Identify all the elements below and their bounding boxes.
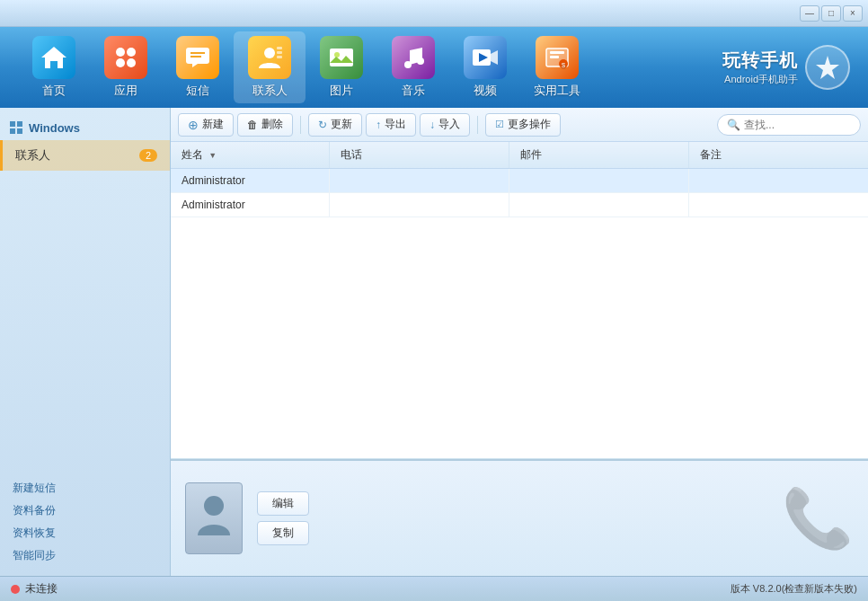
nav-label-photo: 图片 — [330, 83, 353, 99]
table-header-row: 姓名 ▼ 电话 邮件 备注 — [171, 142, 868, 169]
contact-icon — [248, 36, 291, 79]
nav-label-music: 音乐 — [402, 83, 425, 99]
nav-label-app: 应用 — [114, 83, 137, 99]
svg-rect-10 — [277, 56, 282, 58]
row-phone — [329, 169, 509, 193]
col-name: 姓名 ▼ — [171, 142, 329, 169]
main-area: Windows 联系人 2 新建短信 资料备份 资料恢复 智能同步 ⊕ 新建 🗑… — [0, 108, 868, 576]
svg-point-14 — [417, 57, 424, 65]
nav-item-video[interactable]: 视频 — [449, 31, 521, 103]
col-note: 备注 — [688, 142, 868, 169]
brand-title: 玩转手机 — [722, 49, 798, 73]
svg-point-0 — [116, 48, 125, 57]
export-button[interactable]: ↑ 导出 — [366, 113, 416, 137]
sidebar-bottom-items: 新建短信 资料备份 资料恢复 智能同步 — [0, 468, 170, 576]
brand-subtitle: Android手机助手 — [722, 73, 798, 86]
phone-icon: 📞 — [782, 486, 854, 551]
row-name: Administrator — [171, 169, 329, 193]
nav-item-home[interactable]: 首页 — [18, 31, 90, 103]
minimize-button[interactable]: — — [800, 5, 819, 22]
trash-icon: 🗑 — [247, 119, 258, 131]
nav-label-contact: 联系人 — [252, 83, 288, 99]
status-dot — [11, 585, 20, 594]
row-name: Administrator — [171, 193, 329, 217]
close-button[interactable]: × — [843, 5, 863, 22]
svg-rect-11 — [330, 49, 353, 66]
status-label: 未连接 — [25, 581, 58, 597]
windows-icon — [9, 120, 23, 135]
phone-icon-area: 📞 — [782, 485, 854, 552]
delete-button[interactable]: 🗑 删除 — [237, 113, 293, 137]
new-button[interactable]: ⊕ 新建 — [178, 113, 234, 137]
app-icon — [104, 36, 147, 79]
nav-label-home: 首页 — [42, 83, 66, 99]
nav-item-contact[interactable]: 联系人 — [234, 31, 306, 103]
sidebar-bottom-restore[interactable]: 资料恢复 — [13, 522, 170, 544]
nav-bar: 首页 应用 短信 — [0, 27, 868, 108]
svg-rect-20 — [550, 56, 559, 58]
search-box[interactable]: 🔍 — [717, 114, 861, 136]
sort-icon: ▼ — [208, 151, 217, 160]
search-icon: 🔍 — [727, 119, 740, 131]
table-row[interactable]: Administrator — [171, 193, 868, 217]
refresh-icon: ↻ — [318, 119, 327, 131]
svg-point-28 — [204, 496, 224, 516]
nav-item-tools[interactable]: $ 实用工具 — [521, 31, 593, 103]
more-button[interactable]: ☑ 更多操作 — [485, 113, 561, 137]
nav-label-sms: 短信 — [186, 83, 209, 99]
contact-avatar — [185, 482, 243, 554]
row-email — [509, 169, 688, 193]
maximize-button[interactable]: □ — [821, 5, 841, 22]
svg-point-3 — [127, 58, 136, 67]
sidebar-bottom-new-sms[interactable]: 新建短信 — [13, 477, 170, 499]
sms-icon — [176, 36, 219, 79]
content-area: ⊕ 新建 🗑 删除 ↻ 更新 ↑ 导出 ↓ 导入 ☑ — [171, 108, 868, 576]
nav-item-photo[interactable]: 图片 — [306, 31, 377, 103]
edit-button[interactable]: 编辑 — [257, 491, 309, 516]
nav-item-app[interactable]: 应用 — [90, 31, 162, 103]
svg-rect-25 — [17, 121, 22, 127]
home-icon — [32, 36, 75, 79]
sidebar-bottom-backup[interactable]: 资料备份 — [13, 499, 170, 522]
sidebar-contact-badge: 2 — [139, 149, 157, 162]
row-note — [688, 193, 868, 217]
row-phone — [329, 193, 509, 217]
music-icon — [392, 36, 435, 79]
sidebar-bottom-sync[interactable]: 智能同步 — [13, 544, 170, 567]
update-button[interactable]: ↻ 更新 — [308, 113, 362, 137]
svg-marker-16 — [491, 50, 498, 65]
title-bar: — □ × — [0, 0, 868, 27]
photo-icon — [320, 36, 363, 79]
table-body: Administrator Administrator — [171, 169, 868, 217]
svg-rect-24 — [10, 121, 15, 127]
svg-point-7 — [264, 48, 275, 58]
table-row[interactable]: Administrator — [171, 169, 868, 193]
nav-item-sms[interactable]: 短信 — [162, 31, 234, 103]
toolbar-divider-1 — [300, 116, 301, 134]
nav-label-video: 视频 — [474, 83, 497, 99]
svg-rect-19 — [550, 51, 564, 54]
svg-text:$: $ — [562, 61, 566, 69]
svg-marker-23 — [816, 56, 839, 79]
svg-rect-8 — [277, 47, 282, 49]
detail-panel: 编辑 复制 📞 — [171, 459, 868, 576]
sidebar: Windows 联系人 2 新建短信 资料备份 资料恢复 智能同步 — [0, 108, 171, 576]
svg-point-1 — [127, 48, 136, 57]
person-icon — [196, 492, 232, 545]
col-email: 邮件 — [509, 142, 688, 169]
sidebar-group-label: Windows — [29, 121, 80, 135]
search-input[interactable] — [744, 119, 851, 131]
import-button[interactable]: ↓ 导入 — [420, 113, 470, 137]
nav-item-music[interactable]: 音乐 — [377, 31, 449, 103]
status-bar: 未连接 版本 V8.2.0(检查新版本失败) — [0, 576, 868, 601]
sidebar-group-header: Windows — [0, 115, 170, 140]
status-left: 未连接 — [11, 581, 58, 597]
sidebar-item-contact[interactable]: 联系人 2 — [0, 140, 170, 171]
copy-button[interactable]: 复制 — [257, 521, 309, 545]
detail-actions: 编辑 复制 — [257, 491, 309, 545]
svg-point-12 — [334, 52, 340, 57]
svg-rect-26 — [10, 128, 15, 134]
checkbox-icon: ☑ — [495, 119, 504, 130]
contact-table[interactable]: 姓名 ▼ 电话 邮件 备注 Administrator — [171, 142, 868, 459]
tools-icon: $ — [536, 36, 579, 79]
